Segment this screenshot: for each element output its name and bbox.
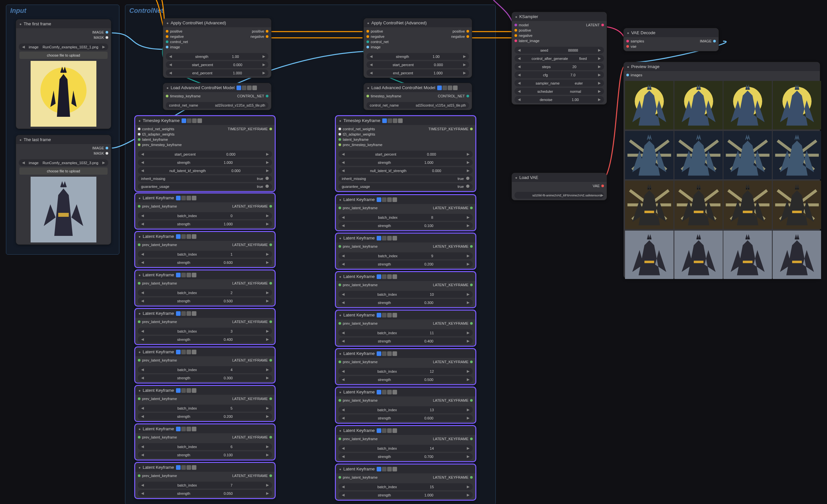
node-title-latentkf[interactable]: ●Latent Keyframe xyxy=(135,232,275,241)
port-in-lkf[interactable]: latent_keyframe xyxy=(339,138,369,142)
collapse-icon[interactable]: ● xyxy=(339,119,341,123)
arrow-left-icon[interactable]: ◀ xyxy=(22,160,25,165)
widget-inherit[interactable]: inherit_missingtrue xyxy=(138,175,272,182)
node-title-timestepkf[interactable]: ●Timestep Keyframe xyxy=(336,116,475,125)
port-in-image[interactable]: image xyxy=(367,45,381,49)
collapse-icon[interactable]: ● xyxy=(339,390,341,394)
collapse-icon[interactable]: ● xyxy=(139,465,141,469)
node-title-loadcn1[interactable]: ●Load Advanced ControlNet Model xyxy=(163,83,271,92)
node-title-vaedecode[interactable]: ●VAE Decode xyxy=(624,28,719,37)
node-title-applycn2[interactable]: ●Apply ControlNet (Advanced) xyxy=(364,18,472,27)
widget-batch-index[interactable]: ◀batch_index6▶ xyxy=(138,443,272,450)
port-in-negative[interactable]: negative xyxy=(515,34,533,38)
widget-batch-index[interactable]: ◀batch_index14▶ xyxy=(339,445,473,452)
port-out-image[interactable]: IMAGE xyxy=(700,39,716,43)
collapse-icon[interactable]: ● xyxy=(367,86,370,90)
port-out-lkf[interactable]: LATENT_KEYFRAME xyxy=(232,320,272,324)
collapse-icon[interactable]: ● xyxy=(166,21,169,25)
port-out-lkf[interactable]: LATENT_KEYFRAME xyxy=(433,398,473,402)
widget-guarantee[interactable]: guarantee_usagetrue xyxy=(339,183,473,190)
widget-batch-index[interactable]: ◀batch_index13▶ xyxy=(339,406,473,413)
widget-batch-index[interactable]: ◀batch_index9▶ xyxy=(339,252,473,259)
port-in-prev[interactable]: prev_latent_keyframe xyxy=(138,243,177,247)
port-in-prev[interactable]: prev_latent_keyframe xyxy=(339,475,378,479)
port-out-negative[interactable]: negative xyxy=(451,35,469,39)
widget-end[interactable]: ◀end_percent1.000▶ xyxy=(166,69,269,76)
widget-strength[interactable]: ◀strength1.00▶ xyxy=(367,53,469,60)
port-in-prev[interactable]: prev_timestep_keyframe xyxy=(138,143,182,147)
node-title-latentkf[interactable]: ●Latent Keyframe xyxy=(336,311,475,319)
port-in-cnweights[interactable]: control_net_weights xyxy=(339,127,375,131)
port-in-model[interactable]: model xyxy=(515,23,529,27)
port-out-lkf[interactable]: LATENT_KEYFRAME xyxy=(232,281,272,285)
port-out-lkf[interactable]: LATENT_KEYFRAME xyxy=(433,206,473,210)
port-in-t2i[interactable]: t2i_adapter_weights xyxy=(339,132,375,136)
widget-end[interactable]: ◀end_percent1.000▶ xyxy=(367,69,469,76)
node-title-firstframe[interactable]: ●The first frame xyxy=(16,19,111,28)
widget-cnname[interactable]: control_net_namesd15\control_v11f1e_sd15… xyxy=(166,102,269,109)
widget-strength[interactable]: ◀strength0.600▶ xyxy=(339,414,473,421)
port-out-negative[interactable]: negative xyxy=(250,35,269,39)
port-out-controlnet[interactable]: CONTROL_NET xyxy=(438,94,469,98)
port-in-timestep[interactable]: timestep_keyframe xyxy=(166,94,201,98)
collapse-icon[interactable]: ● xyxy=(139,273,141,277)
upload-button[interactable]: choose file to upload xyxy=(19,52,107,59)
port-in-positive[interactable]: positive xyxy=(367,29,383,33)
widget-start[interactable]: ◀start_percent0.000▶ xyxy=(367,61,469,68)
port-in-prev[interactable]: prev_latent_keyframe xyxy=(138,204,177,208)
collapse-icon[interactable]: ● xyxy=(19,22,22,26)
widget-strength[interactable]: ◀strength0.500▶ xyxy=(138,297,272,304)
port-in-controlnet[interactable]: control_net xyxy=(166,40,188,44)
widget-strength[interactable]: ◀strength0.400▶ xyxy=(339,338,473,344)
port-out-lkf[interactable]: LATENT_KEYFRAME xyxy=(433,475,473,479)
node-title-latentkf[interactable]: ●Latent Keyframe xyxy=(336,464,475,473)
port-out-lkf[interactable]: LATENT_KEYFRAME xyxy=(433,244,473,248)
port-in-prev[interactable]: prev_latent_keyframe xyxy=(339,244,378,248)
port-out-image[interactable]: IMAGE xyxy=(92,146,108,150)
port-out-lkf[interactable]: LATENT_KEYFRAME xyxy=(232,243,272,247)
widget-strength[interactable]: ◀strength0.500▶ xyxy=(339,376,473,383)
port-out-positive[interactable]: positive xyxy=(252,29,269,33)
port-out-mask[interactable]: MASK xyxy=(94,36,108,40)
collapse-icon[interactable]: ● xyxy=(515,176,518,180)
collapse-icon[interactable]: ● xyxy=(139,311,141,315)
node-title-preview[interactable]: ●Preview Image xyxy=(624,62,820,71)
widget-batch-index[interactable]: ◀batch_index7▶ xyxy=(138,482,272,489)
node-title-latentkf[interactable]: ●Latent Keyframe xyxy=(336,349,475,358)
port-out-vae[interactable]: VAE xyxy=(593,184,604,188)
port-in-cnweights[interactable]: control_net_weights xyxy=(138,127,174,131)
widget-strength[interactable]: ◀strength1.00▶ xyxy=(166,53,269,60)
node-title-latentkf[interactable]: ●Latent Keyframe xyxy=(135,309,275,318)
port-out-lkf[interactable]: LATENT_KEYFRAME xyxy=(433,283,473,287)
widget-cag[interactable]: ◀control_after_generatefixed▶ xyxy=(515,55,604,62)
widget-scheduler[interactable]: ◀schedulernormal▶ xyxy=(515,88,604,95)
port-out-image[interactable]: IMAGE xyxy=(92,30,108,34)
node-title-latentkf[interactable]: ●Latent Keyframe xyxy=(336,195,475,204)
widget-start-percent[interactable]: ◀start_percent0.000▶ xyxy=(339,151,473,158)
collapse-icon[interactable]: ● xyxy=(515,15,518,19)
node-title-latentkf[interactable]: ●Latent Keyframe xyxy=(135,424,275,433)
collapse-icon[interactable]: ● xyxy=(139,235,141,239)
collapse-icon[interactable]: ● xyxy=(339,275,341,279)
port-in-prev[interactable]: prev_latent_keyframe xyxy=(138,474,177,478)
port-in-positive[interactable]: positive xyxy=(515,28,531,32)
node-title-latentkf[interactable]: ●Latent Keyframe xyxy=(336,272,475,281)
port-in-prev[interactable]: prev_latent_keyframe xyxy=(138,397,177,401)
arrow-right-icon[interactable]: ▶ xyxy=(102,160,105,165)
port-out-tkf[interactable]: TIMESTEP_KEYFRAME xyxy=(228,127,272,131)
widget-guarantee[interactable]: guarantee_usagetrue xyxy=(138,183,272,190)
port-in-prev[interactable]: prev_latent_keyframe xyxy=(138,358,177,362)
collapse-icon[interactable]: ● xyxy=(627,31,629,35)
widget-seed[interactable]: ◀seed88888▶ xyxy=(515,47,604,54)
widget-batch-index[interactable]: ◀batch_index5▶ xyxy=(138,405,272,412)
widget-strength[interactable]: ◀strength0.300▶ xyxy=(339,299,473,306)
port-in-t2i[interactable]: t2i_adapter_weights xyxy=(138,132,174,136)
widget-strength[interactable]: ◀strength1.000▶ xyxy=(138,220,272,227)
widget-batch-index[interactable]: ◀batch_index3▶ xyxy=(138,327,272,335)
port-out-controlnet[interactable]: CONTROL_NET xyxy=(237,94,269,98)
node-title-latentkf[interactable]: ●Latent Keyframe xyxy=(135,386,275,395)
widget-batch-index[interactable]: ◀batch_index2▶ xyxy=(138,289,272,296)
widget-batch-index[interactable]: ◀batch_index4▶ xyxy=(138,366,272,373)
collapse-icon[interactable]: ● xyxy=(367,21,370,25)
port-in-positive[interactable]: positive xyxy=(166,29,182,33)
